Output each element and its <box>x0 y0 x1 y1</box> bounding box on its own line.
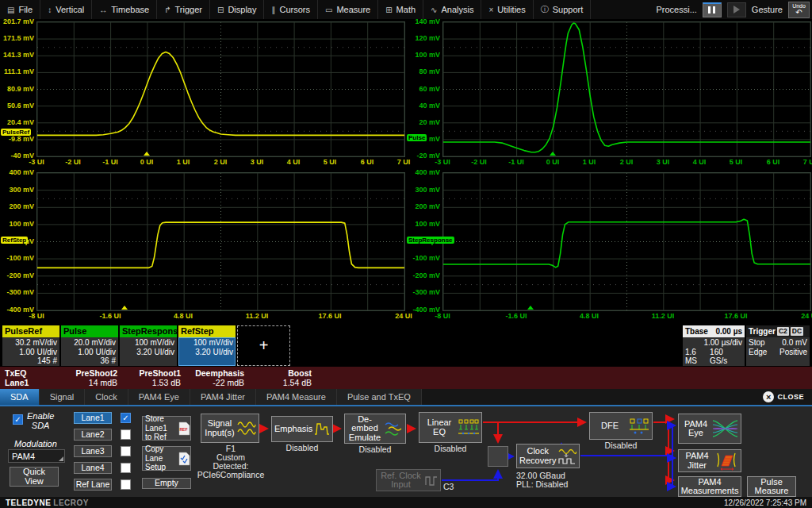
store-lane1-to-ref-button[interactable]: Store Lane1 to Ref REF <box>142 416 191 441</box>
play-button[interactable] <box>727 2 746 17</box>
descriptor-title: PulseRef <box>2 325 59 337</box>
descriptor-refstep[interactable]: RefStep100 mV/div3.20 UI/div <box>178 325 236 366</box>
menu-file[interactable]: ▤File <box>0 0 40 19</box>
descriptor-pulseref[interactable]: PulseRef30.2 mV/div1.00 UI/div145 # <box>2 325 59 366</box>
copy-lane-setup-button[interactable]: Copy Lane Setup <box>142 446 191 471</box>
menu-display[interactable]: ⊟Display <box>210 0 264 19</box>
trigger-position-marker[interactable] <box>121 306 128 310</box>
trigger-position-marker[interactable] <box>550 152 556 156</box>
menu-support[interactable]: ⓘSupport <box>534 0 592 19</box>
lane-button-lane4[interactable]: Lane4 <box>74 462 112 474</box>
trigger-icon: ↱ <box>164 6 170 14</box>
enable-sda-checkbox[interactable]: ✓ <box>13 414 23 425</box>
plot-area-stepresponse[interactable] <box>442 172 811 311</box>
x-axis-tick: 24 UI <box>801 312 812 320</box>
descriptor-line: 1.00 UI/div <box>61 348 116 357</box>
lane-checkbox-lane2[interactable] <box>121 429 131 440</box>
descriptor-line: 36 # <box>61 356 116 366</box>
trace-label-pulse[interactable]: Pulse <box>407 134 427 141</box>
menu-math[interactable]: ⊞Math <box>378 0 423 19</box>
menu-label: Analysis <box>441 5 473 14</box>
trigger-position-marker[interactable] <box>527 306 534 310</box>
plus-icon: + <box>259 337 269 355</box>
pause-button[interactable] <box>703 2 722 17</box>
clock-recovery-icon <box>557 448 576 465</box>
txeq-param-value: -22 mdB <box>190 378 244 387</box>
timebase-descriptor[interactable]: Tbase 0.00 µs 1.00 µs/div 1.6 MS160 GS/s <box>683 325 745 366</box>
analysis-icon: ∿ <box>431 6 437 14</box>
menu-timebase[interactable]: ↔Timebase <box>92 0 157 19</box>
x-axis-tick: 4 UI <box>287 158 301 166</box>
trace-label-pulseref[interactable]: PulseRef <box>1 129 31 136</box>
pulse-measure-button[interactable]: Pulse Measure <box>747 476 796 497</box>
lane-checkbox-ref-lane[interactable] <box>121 479 131 490</box>
ref-clock-input-button[interactable]: Ref. Clock Input <box>376 469 441 491</box>
x-axis-tick: -1.6 UI <box>99 312 121 320</box>
lane-checkbox-lane4[interactable] <box>121 463 131 473</box>
deembed-emulate-button[interactable]: De-embed Emulate <box>344 414 406 444</box>
clock-source-mux[interactable] <box>488 446 508 467</box>
descriptor-stepresponse[interactable]: StepResponse100 mV/div3.20 UI/div <box>120 325 177 366</box>
menu-vertical[interactable]: ↕Vertical <box>40 0 92 19</box>
scope-grid-pulseref: 201.7 mV171.5 mV141.3 mV111.1 mV80.9 mV5… <box>0 19 406 170</box>
emphasis-button[interactable]: Emphasis <box>271 416 333 442</box>
tab-clock[interactable]: Clock <box>85 389 128 405</box>
y-axis-tick: 140 mV <box>406 17 440 25</box>
timebase-title: Tbase <box>685 327 708 336</box>
pam4-measurements-button[interactable]: PAM4 Measurements <box>678 476 741 497</box>
menu-analysis[interactable]: ∿Analysis <box>423 0 481 19</box>
lane-button-ref-lane[interactable]: Ref Lane <box>74 479 112 491</box>
trigger-descriptor[interactable]: Trigger C2 DC Stop0.0 mV EdgePositive <box>746 325 810 366</box>
play-icon <box>733 6 740 13</box>
quick-view-button[interactable]: Quick View <box>10 467 59 487</box>
descriptor-pulse[interactable]: Pulse20.0 mV/div1.00 UI/div36 # <box>61 325 118 366</box>
clock-recovery-button[interactable]: Clock Recovery <box>516 444 580 468</box>
lane-button-lane3[interactable]: Lane3 <box>74 445 112 457</box>
trigger-position-marker[interactable] <box>144 152 150 156</box>
scope-grid-refstep: 400 mV300 mV200 mV100 mV0 µV-100 mV-200 … <box>0 170 406 324</box>
trace-label-refstep[interactable]: RefStep <box>1 237 28 244</box>
y-axis-tick: 141.3 mV <box>0 51 34 59</box>
menu-measure[interactable]: ▭Measure <box>318 0 378 19</box>
dual-sine-icon <box>237 421 256 436</box>
brand-teledyne: TELEDYNE <box>6 498 51 507</box>
sda-dialog: ✓ Enable SDA Modulation PAM4 Quick View … <box>0 406 812 497</box>
add-trace-button[interactable]: + <box>237 325 290 366</box>
lane-checkbox-lane1[interactable]: ✓ <box>121 413 131 423</box>
x-axis-tick: 4.8 UI <box>174 312 193 320</box>
tab-pam4-eye[interactable]: PAM4 Eye <box>128 389 190 405</box>
menu-utilities[interactable]: ×Utilities <box>481 0 533 19</box>
plot-area-refstep[interactable] <box>36 172 405 311</box>
lane-button-lane2[interactable]: Lane2 <box>74 429 112 441</box>
tab-pulse-and-txeq[interactable]: Pulse and TxEQ <box>337 389 422 405</box>
x-axis-tick: 3 UI <box>251 158 264 166</box>
x-axis-tick: 2 UI <box>214 158 228 166</box>
processing-label: Processi... <box>657 5 697 14</box>
close-label: CLOSE <box>777 393 804 401</box>
pam4-jitter-button[interactable]: PAM4 Jitter <box>678 449 741 472</box>
txeq-param-name: Deemphasis <box>190 368 244 378</box>
tab-pam4-measure[interactable]: PAM4 Measure <box>256 389 337 405</box>
empty-slot-button[interactable]: Empty <box>142 478 191 489</box>
plot-area-pulse[interactable] <box>442 21 811 157</box>
x-axis-tick: 17.6 UI <box>318 312 341 320</box>
undo-button[interactable]: Undo↶ <box>788 2 810 18</box>
dfe-button[interactable]: DFE <box>589 412 653 440</box>
lane-button-lane1[interactable]: Lane1 <box>74 412 112 424</box>
plot-area-pulseref[interactable] <box>36 21 405 157</box>
trace-label-stepresponse[interactable]: StepResponse <box>407 237 454 244</box>
close-dialog-button[interactable]: × CLOSE <box>763 389 812 405</box>
modulation-dropdown[interactable]: PAM4 <box>8 449 65 463</box>
menu-cursors[interactable]: ∥Cursors <box>264 0 318 19</box>
tab-pam4-jitter[interactable]: PAM4 Jitter <box>190 389 256 405</box>
emphasis-status: Disabled <box>271 444 333 452</box>
tab-signal[interactable]: Signal <box>40 389 86 405</box>
signal-inputs-button[interactable]: Signal Input(s) <box>201 414 259 443</box>
linear-eq-button[interactable]: Linear EQ <box>419 412 482 443</box>
descriptor-title: Pulse <box>61 325 118 337</box>
pam4-eye-button[interactable]: PAM4 Eye <box>678 414 741 444</box>
trigger-coupling-badge: DC <box>791 327 803 336</box>
tab-sda[interactable]: SDA <box>0 389 40 405</box>
lane-checkbox-lane3[interactable] <box>121 446 131 456</box>
menu-trigger[interactable]: ↱Trigger <box>157 0 210 19</box>
